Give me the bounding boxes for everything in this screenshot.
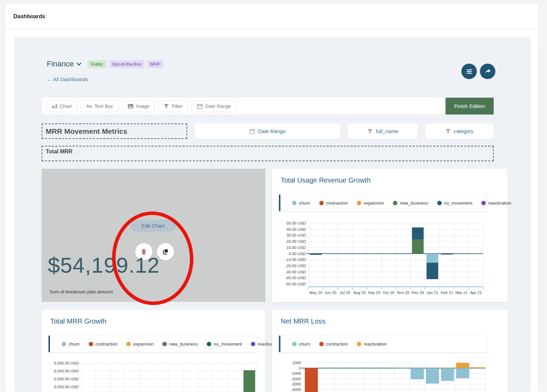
legend-dot [393, 201, 397, 205]
add-daterange-button[interactable]: Date Range [192, 100, 237, 112]
svg-text:5,000.00 USD: 5,000.00 USD [54, 385, 79, 389]
svg-text:0: 0 [299, 366, 301, 370]
add-filter-button[interactable]: Filter [158, 100, 188, 112]
legend-label: no_movement [444, 200, 472, 206]
svg-text:-30.00 USD: -30.00 USD [285, 270, 306, 274]
legend-item-contraction[interactable]: contraction [319, 200, 348, 206]
button-label: Chart [60, 104, 72, 109]
chart-card-total-usage-revenue-growth: Total Usage Revenue Growth churncontract… [272, 169, 507, 302]
legend-label: reactivation [364, 341, 386, 347]
legend-item-contraction[interactable]: contraction [319, 341, 348, 347]
chart-title: Total Usage Revenue Growth [281, 176, 371, 184]
all-dashboards-link[interactable]: ← All Dashboards [47, 76, 88, 82]
button-label: Text Box [95, 104, 113, 109]
section-title-text: Total MRR [46, 149, 73, 154]
section-title-widget[interactable]: Total MRR [42, 146, 494, 161]
dashboard-name-dropdown[interactable]: Finance [47, 59, 82, 68]
legend-label: churn [299, 200, 310, 206]
kpi-value: $54,199.12 [48, 253, 160, 277]
legend-dot [357, 201, 361, 205]
legend-item-expansion[interactable]: expansion [357, 200, 384, 206]
legend-dot [89, 342, 93, 346]
dashboard-title-widget[interactable]: MRR Movement Metrics [42, 123, 187, 139]
svg-text:Jun 20: Jun 20 [324, 291, 336, 295]
button-label: Date Range [205, 104, 231, 109]
svg-text:Sep 20: Sep 20 [368, 291, 380, 295]
filter-widget-full-name[interactable]: full_name [348, 123, 418, 139]
svg-text:May 20: May 20 [309, 291, 322, 295]
finish-edition-button[interactable]: Finish Edition [446, 98, 494, 115]
svg-text:Mar 21: Mar 21 [455, 291, 468, 295]
sliders-icon [465, 68, 473, 75]
svg-text:-50.00 USD: -50.00 USD [285, 282, 306, 286]
legend-item-no_movement[interactable]: no_movement [437, 200, 472, 206]
svg-text:10.00 USD: 10.00 USD [287, 246, 306, 250]
total-mrr-growth-chart: 6,500.00 USD6,000.00 USD5,500.00 USD5,00… [49, 360, 262, 392]
copy-icon [162, 248, 169, 255]
svg-text:40.00 USD: 40.00 USD [287, 227, 306, 231]
legend-item-contraction[interactable]: contraction [89, 341, 118, 347]
filter-icon [367, 129, 373, 134]
legend-item-expansion[interactable]: expansion [126, 341, 153, 347]
legend-label: contraction [326, 200, 348, 206]
legend-item-new_business[interactable]: new_business [162, 341, 197, 347]
edit-chart-button[interactable]: Edit Chart [130, 220, 176, 232]
dashboard-settings-button[interactable] [461, 64, 477, 79]
date-range-widget[interactable]: Date Range [195, 123, 340, 139]
svg-text:5,500.00 USD: 5,500.00 USD [54, 377, 79, 381]
svg-text:Aug 20: Aug 20 [353, 291, 366, 295]
badge-list: PublicOut-of-the-BoxMVP [85, 60, 163, 68]
calendar-icon [249, 129, 255, 134]
share-arrow-icon [484, 68, 492, 75]
svg-text:Dec 20: Dec 20 [411, 291, 424, 295]
legend-dot [292, 201, 297, 205]
legend-dot [357, 342, 361, 346]
legend-label: expansion [133, 341, 153, 347]
total-usage-revenue-growth-chart: 50.00 USD40.00 USD30.00 USD20.00 USD10.0… [279, 217, 494, 298]
svg-text:-1000: -1000 [291, 371, 301, 375]
svg-text:30.00 USD: 30.00 USD [287, 233, 306, 237]
legend-item-reactivation[interactable]: reactivation [481, 200, 511, 206]
chart-legend: churncontractionreactivation [279, 336, 487, 352]
legend-label: new_business [169, 341, 197, 347]
svg-text:Feb 21: Feb 21 [441, 291, 453, 295]
legend-item-reactivation[interactable]: reactivation [357, 341, 386, 347]
kpi-caption: Sum of breakouts.plan.amount [50, 289, 113, 294]
calendar-icon [197, 104, 203, 109]
svg-text:-4000: -4000 [291, 388, 301, 392]
add-textbox-button[interactable]: Aa Text Box [81, 100, 118, 112]
legend-item-new_business[interactable]: new_business [393, 200, 428, 206]
dashboard-title-text: MRR Movement Metrics [46, 127, 127, 135]
legend-item-churn[interactable]: churn [62, 341, 80, 347]
button-label: Image [136, 104, 150, 109]
dashboard-title-row: Finance PublicOut-of-the-BoxMVP [47, 59, 163, 68]
svg-text:20.00 USD: 20.00 USD [287, 239, 306, 243]
filter-widget-category[interactable]: category [425, 123, 494, 139]
text-icon: Aa [86, 104, 92, 109]
legend-item-churn[interactable]: churn [292, 341, 310, 347]
button-label: Filter [172, 104, 182, 109]
date-range-label: Date Range [258, 128, 286, 134]
svg-text:Apr 21: Apr 21 [470, 291, 482, 295]
page-title: Dashboards [13, 13, 45, 20]
share-button[interactable] [480, 64, 495, 79]
add-chart-button[interactable]: Chart [46, 100, 77, 112]
add-image-button[interactable]: Image [122, 100, 155, 112]
legend-label: reactivation [488, 200, 511, 206]
chart-title: Net MRR Loss [281, 317, 325, 325]
dashboard-panel: Finance PublicOut-of-the-BoxMVP ← All Da… [14, 37, 530, 392]
legend-item-no_movement[interactable]: no_movement [207, 341, 242, 347]
legend-dot [319, 201, 324, 205]
chart-legend: churncontractionexpansionnew_businessno_… [279, 195, 487, 211]
legend-item-churn[interactable]: churn [292, 200, 310, 206]
legend-label: expansion [364, 200, 384, 206]
svg-text:-40.00 USD: -40.00 USD [285, 276, 306, 280]
filter-label: full_name [376, 128, 398, 134]
total-mrr-number-card: Edit Chart $54,199.12 Sum of breakouts.p… [42, 169, 265, 302]
legend-label: no_movement [214, 341, 242, 347]
svg-text:Oct 20: Oct 20 [383, 291, 395, 295]
net-mrr-loss-chart: 10000-1000-2000-3000-4000 [279, 360, 489, 392]
edit-toolbar: Chart Aa Text Box Image Filter [42, 98, 494, 115]
legend-dot [62, 342, 66, 346]
filter-icon [446, 129, 451, 134]
